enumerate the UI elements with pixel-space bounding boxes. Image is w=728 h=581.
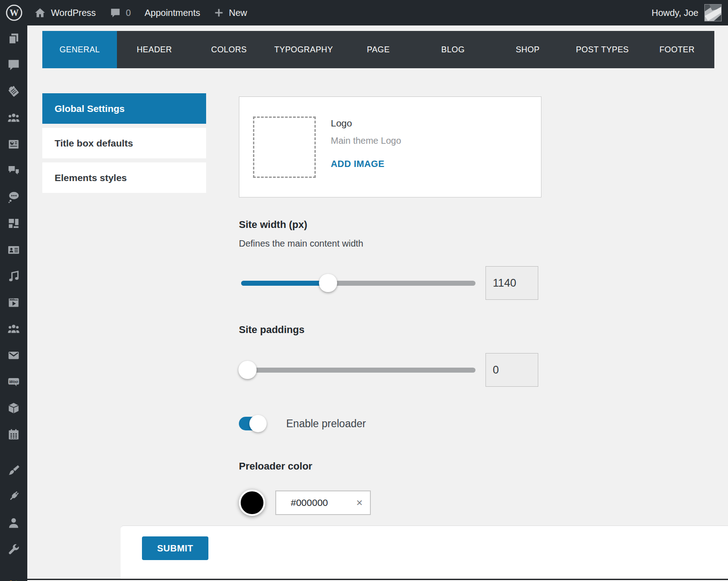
plugin-colored-icon[interactable] <box>7 574 20 581</box>
enable-preloader-label: Enable preloader <box>286 418 366 430</box>
site-paddings-value[interactable]: 0 <box>485 353 538 387</box>
site-paddings-slider-row: 0 <box>239 353 541 387</box>
home-icon <box>34 7 46 19</box>
site-width-description: Defines the main content width <box>239 238 541 249</box>
tab-header[interactable]: HEADER <box>117 31 192 68</box>
site-width-slider-fill <box>241 281 328 286</box>
comments-menu[interactable]: 0 <box>103 0 138 25</box>
tab-label: POST TYPES <box>576 45 629 55</box>
toggle-knob <box>249 415 267 432</box>
wordpress-logo-menu[interactable]: W <box>0 0 27 25</box>
settings-panel: Logo Main theme Logo ADD IMAGE Site widt… <box>239 96 541 516</box>
tab-general[interactable]: GENERAL <box>42 31 117 68</box>
clear-color-icon[interactable]: × <box>356 497 363 508</box>
chats-icon[interactable] <box>7 164 20 177</box>
appearance-brush-icon[interactable] <box>7 463 20 477</box>
site-name: WordPress <box>51 8 96 18</box>
theme-options-tabs: GENERAL HEADER COLORS TYPOGRAPHY PAGE BL… <box>42 31 714 68</box>
site-paddings-slider[interactable] <box>241 368 475 373</box>
news-icon[interactable] <box>7 137 20 151</box>
tab-shop[interactable]: SHOP <box>490 31 565 68</box>
pages-icon[interactable] <box>7 32 20 45</box>
site-paddings-slider-handle[interactable] <box>238 361 257 379</box>
subnav-label: Title box defaults <box>55 138 133 149</box>
add-image-button[interactable]: ADD IMAGE <box>331 159 401 169</box>
color-swatch[interactable] <box>239 490 265 516</box>
subnav-elements-styles[interactable]: Elements styles <box>42 162 206 193</box>
tab-label: GENERAL <box>60 45 100 55</box>
subnav-title-box-defaults[interactable]: Title box defaults <box>42 128 206 158</box>
tab-label: TYPOGRAPHY <box>274 45 333 55</box>
woocommerce-icon[interactable]: Woo <box>7 375 20 389</box>
mail-envelope-icon[interactable] <box>7 349 20 362</box>
settings-subnav: Global Settings Title box defaults Eleme… <box>42 93 206 193</box>
tab-label: BLOG <box>441 45 465 55</box>
events-calendar-icon[interactable] <box>7 428 20 441</box>
logo-subtitle: Main theme Logo <box>331 136 401 146</box>
admin-top-bar: W WordPress 0 Appointments New Howdy, Jo… <box>0 0 728 25</box>
tab-label: COLORS <box>211 45 247 55</box>
video-icon[interactable] <box>7 296 20 309</box>
site-width-slider-handle[interactable] <box>319 274 337 292</box>
site-width-label: Site width (px) <box>239 219 541 231</box>
color-hex-input[interactable]: #000000 × <box>275 490 371 515</box>
product-box-icon[interactable] <box>7 401 20 415</box>
team-card-icon[interactable] <box>7 243 20 257</box>
subnav-label: Global Settings <box>55 103 125 114</box>
avatar[interactable] <box>704 4 722 21</box>
logo-title: Logo <box>331 118 401 129</box>
comments-count: 0 <box>126 8 131 18</box>
tab-label: HEADER <box>136 45 172 55</box>
site-width-slider-row: 1140 <box>239 266 541 300</box>
tab-label: SHOP <box>516 45 540 55</box>
preloader-color-row: #000000 × <box>239 490 541 516</box>
tab-page[interactable]: PAGE <box>341 31 415 68</box>
logo-image-placeholder[interactable] <box>253 116 316 178</box>
tab-label: FOOTER <box>659 45 694 55</box>
clients-group-icon[interactable] <box>7 111 20 125</box>
howdy-text[interactable]: Howdy, Joe <box>652 8 698 18</box>
site-name-menu[interactable]: WordPress <box>27 0 103 25</box>
plugins-plug-icon[interactable] <box>7 490 20 503</box>
appointments-menu[interactable]: Appointments <box>138 0 207 25</box>
testimonials-thought-icon[interactable] <box>7 190 20 204</box>
color-hex-value: #000000 <box>291 497 328 508</box>
new-label: New <box>229 8 247 18</box>
site-width-slider[interactable] <box>241 281 475 286</box>
preloader-toggle-row: Enable preloader <box>239 417 541 430</box>
site-paddings-label: Site paddings <box>239 324 541 336</box>
preloader-color-label: Preloader color <box>239 460 541 472</box>
logo-upload-box: Logo Main theme Logo ADD IMAGE <box>239 96 541 197</box>
svg-text:Woo: Woo <box>9 379 18 384</box>
tab-blog[interactable]: BLOG <box>416 31 490 68</box>
submit-button[interactable]: SUBMIT <box>142 536 208 560</box>
subnav-global-settings[interactable]: Global Settings <box>42 93 206 124</box>
plus-icon <box>214 8 224 18</box>
portfolio-grid-icon[interactable] <box>7 217 20 230</box>
comment-bubble-icon <box>110 7 121 19</box>
site-width-value[interactable]: 1140 <box>485 266 538 300</box>
admin-sidebar: Woo <box>0 25 27 581</box>
tab-colors[interactable]: COLORS <box>192 31 266 68</box>
tab-post-types[interactable]: POST TYPES <box>565 31 640 68</box>
submit-bar: SUBMIT <box>121 525 728 579</box>
svg-text:W: W <box>10 8 19 18</box>
tab-typography[interactable]: TYPOGRAPHY <box>266 31 341 68</box>
subnav-label: Elements styles <box>55 172 127 183</box>
members-group-icon[interactable] <box>7 322 20 336</box>
music-note-icon[interactable] <box>7 269 20 283</box>
appointments-clipboard-icon[interactable] <box>7 85 20 98</box>
wordpress-logo-icon: W <box>5 4 23 21</box>
users-icon[interactable] <box>7 516 20 530</box>
new-menu[interactable]: New <box>207 0 254 25</box>
enable-preloader-toggle[interactable] <box>239 417 265 430</box>
appointments-label: Appointments <box>145 8 200 18</box>
tab-label: PAGE <box>367 45 389 55</box>
tab-footer[interactable]: FOOTER <box>640 31 714 68</box>
tools-wrench-icon[interactable] <box>7 542 20 556</box>
comments-icon[interactable] <box>7 58 20 72</box>
